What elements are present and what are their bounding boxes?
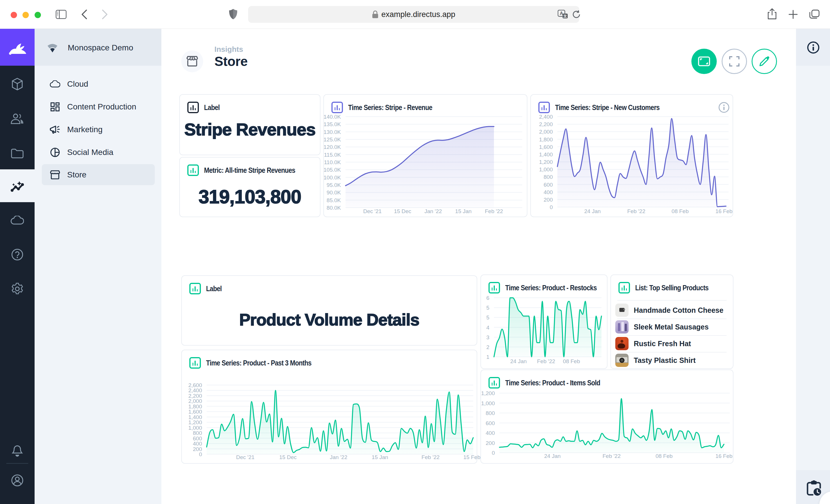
module-files-icon[interactable] (11, 148, 24, 158)
new-tab-icon[interactable] (788, 9, 798, 21)
product-thumbnail (615, 320, 629, 334)
svg-text:100.0K: 100.0K (324, 174, 341, 180)
module-settings-icon[interactable] (11, 282, 24, 295)
label-text: Product Volume Details (182, 310, 477, 329)
panel-timeseries-product-restocks: 655432124 JanFeb '2208 Feb Time Series: … (480, 274, 608, 369)
share-icon[interactable] (767, 8, 777, 21)
page-title: Store (215, 54, 248, 69)
panel-icon (618, 282, 630, 294)
svg-text:3: 3 (486, 334, 489, 340)
svg-text:0: 0 (492, 450, 495, 456)
svg-text:Feb '22: Feb '22 (422, 454, 440, 460)
product-thumbnail (615, 304, 629, 317)
panel-header-label: Time Series: Stripe - New Customers (555, 103, 660, 112)
user-avatar[interactable] (11, 474, 24, 487)
svg-text:1,600: 1,600 (539, 144, 553, 150)
module-insights-active[interactable] (0, 169, 35, 202)
back-button[interactable] (81, 9, 87, 21)
project-name: Monospace Demo (68, 43, 133, 53)
activity-clipboard-icon[interactable] (806, 480, 821, 497)
panel-header-label: Time Series: Stripe - Revenue (348, 103, 432, 112)
module-cloud-icon[interactable] (11, 216, 24, 225)
panel-info-icon[interactable] (718, 102, 730, 113)
panel-icon (187, 164, 199, 176)
close-window-button[interactable] (11, 12, 17, 18)
svg-text:2,400: 2,400 (539, 114, 553, 120)
svg-text:0: 0 (550, 204, 553, 210)
sidebar-item-label: Store (67, 170, 87, 179)
svg-text:135.0K: 135.0K (324, 121, 341, 127)
svg-text:0: 0 (199, 451, 202, 457)
svg-text:400: 400 (486, 430, 495, 436)
fullscreen-button[interactable] (722, 49, 747, 74)
notifications-bell-icon[interactable] (11, 445, 23, 457)
directus-logo[interactable] (0, 29, 35, 66)
list-item[interactable]: Handmade Cotton Cheese (615, 302, 730, 318)
list-item[interactable]: Tasty Plastic Shirt (615, 352, 730, 369)
list-item[interactable]: Sleek Metal Sausages (615, 318, 730, 335)
panel-header-label: Time Series: Product - Items Sold (505, 378, 600, 388)
svg-text:24 Jan: 24 Jan (510, 358, 527, 364)
svg-text:15 Dec: 15 Dec (394, 208, 411, 214)
panel-icon (187, 102, 199, 113)
lock-icon (372, 10, 378, 19)
sidebar-item-label: Marketing (67, 125, 103, 134)
minimize-window-button[interactable] (23, 12, 29, 18)
svg-text:15 Feb: 15 Feb (464, 454, 480, 460)
product-name: Rustic Fresh Hat (634, 340, 691, 348)
svg-text:Feb '22: Feb '22 (603, 453, 621, 459)
edit-dashboard-button[interactable] (752, 49, 777, 74)
svg-text:2: 2 (486, 344, 489, 350)
sidebar-item-content-production[interactable]: Content Production (42, 96, 155, 118)
translate-icon[interactable]: A文 (558, 10, 568, 20)
panel-icon (331, 102, 343, 113)
sidebar-item-store[interactable]: Store (42, 164, 155, 185)
zoom-to-fit-button[interactable] (691, 49, 717, 74)
breadcrumb[interactable]: Insights (215, 45, 243, 54)
svg-text:200: 200 (544, 197, 553, 203)
svg-text:Feb '22: Feb '22 (627, 208, 645, 214)
module-help-icon[interactable] (11, 248, 23, 261)
sidebar-item-social-media[interactable]: Social Media (42, 141, 155, 164)
module-content-icon[interactable] (11, 78, 23, 91)
panel-header-label: List: Top Selling Products (635, 283, 708, 292)
svg-text:600: 600 (544, 182, 553, 188)
url-bar[interactable]: example.directus.app (248, 6, 579, 23)
panel-icon (538, 102, 550, 113)
module-users-icon[interactable] (11, 113, 24, 124)
svg-text:1,200: 1,200 (481, 390, 495, 396)
list-item[interactable]: Rustic Fresh Hat (615, 335, 730, 352)
reload-icon[interactable] (572, 10, 581, 20)
sidebar-toggle-icon[interactable] (56, 10, 67, 20)
sidebar-item-cloud[interactable]: Cloud (42, 73, 155, 95)
sidebar-item-marketing[interactable]: Marketing (42, 119, 155, 141)
svg-text:800: 800 (486, 410, 495, 416)
tab-overview-icon[interactable] (809, 9, 820, 21)
svg-text:15 Jan: 15 Jan (372, 454, 388, 460)
svg-text:1,000: 1,000 (539, 166, 553, 172)
svg-text:文: 文 (563, 14, 567, 18)
panel-header-label: Metric: All-time Stripe Revenues (204, 166, 295, 175)
sidebar-item-label: Cloud (67, 79, 88, 89)
panel-timeseries-stripe-revenue: 140.0K135.0K130.0K125.0K120.0K115.0K110.… (323, 94, 528, 217)
forward-button[interactable] (102, 9, 108, 21)
svg-text:120.0K: 120.0K (324, 144, 341, 150)
privacy-shield-icon[interactable] (229, 9, 237, 21)
svg-text:600: 600 (486, 420, 495, 426)
project-header[interactable]: Monospace Demo (35, 29, 161, 66)
svg-text:Jan '22: Jan '22 (424, 208, 442, 214)
panel-header-label: Time Series: Product - Past 3 Months (206, 359, 312, 368)
sidebar-item-label: Content Production (67, 102, 136, 111)
svg-text:140.0K: 140.0K (324, 114, 341, 120)
svg-text:Feb '22: Feb '22 (537, 358, 555, 364)
sidebar-item-label: Social Media (67, 148, 113, 157)
svg-text:16 Feb: 16 Feb (715, 453, 732, 459)
product-thumbnail (615, 354, 629, 367)
svg-text:1: 1 (486, 354, 489, 360)
nav-sidebar: Monospace Demo Cloud Content Production … (35, 29, 161, 504)
zoom-window-button[interactable] (35, 12, 41, 18)
panel-icon (488, 377, 500, 389)
dashboard-info-icon[interactable] (807, 41, 820, 55)
page-icon-circle[interactable] (181, 51, 203, 72)
module-bar (0, 29, 35, 504)
